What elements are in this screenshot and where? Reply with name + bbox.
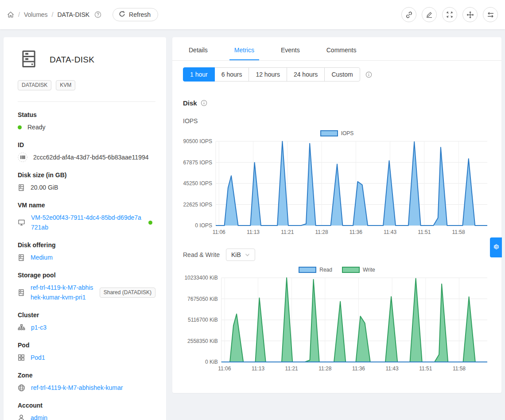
svg-text:11:06: 11:06 <box>218 366 231 372</box>
breadcrumb-volumes[interactable]: Volumes <box>24 11 48 18</box>
storage-pool-scope-tag: Shared (DATADISK) <box>100 288 155 298</box>
move-action-button[interactable] <box>462 7 478 22</box>
info-label: Status <box>18 111 155 118</box>
info-value-row: ref-trl-4119-k-M7-abhishek-kumar <box>18 383 155 393</box>
tab-details[interactable]: Details <box>184 40 213 60</box>
vm-status-dot <box>148 221 152 225</box>
question-circle-icon[interactable] <box>94 11 101 18</box>
legend-swatch <box>320 130 338 136</box>
info-section-disk-size: Disk size (in GB)20.00 GiB <box>18 171 155 192</box>
chevron-down-icon <box>245 253 250 257</box>
iops-chart-block: IOPSIOPS0 IOPS22625 IOPS45250 IOPS67875 … <box>183 117 491 238</box>
cluster-icon <box>18 324 25 331</box>
legend-item-write[interactable]: Write <box>342 267 375 273</box>
info-label: Cluster <box>18 311 155 319</box>
time-range-24-hours[interactable]: 24 hours <box>287 67 325 82</box>
top-bar: / Volumes / DATA-DISK Refresh <box>0 0 505 29</box>
legend-label: Write <box>363 267 375 273</box>
account-value[interactable]: admin <box>31 413 47 420</box>
svg-text:2558350 KiB: 2558350 KiB <box>187 338 218 344</box>
legend-swatch <box>342 267 360 273</box>
tab-events[interactable]: Events <box>276 40 305 60</box>
svg-text:11:28: 11:28 <box>319 366 331 372</box>
time-range-6-hours[interactable]: 6 hours <box>214 67 249 82</box>
swap-action-button[interactable] <box>483 7 498 22</box>
svg-text:0 IOPS: 0 IOPS <box>195 222 212 229</box>
legend-swatch <box>299 267 316 273</box>
status-dot <box>18 125 22 129</box>
time-range-custom[interactable]: Custom <box>324 67 360 82</box>
info-section-vm-name: VM nameVM-52e00f43-7911-4dc4-85bd-d69de7… <box>18 202 155 232</box>
info-label: VM name <box>18 202 155 209</box>
detail-panel: DetailsMetricsEventsComments 1 hour6 hou… <box>172 37 501 393</box>
page-title: DATA-DISK <box>50 55 94 65</box>
svg-text:11:58: 11:58 <box>452 229 465 235</box>
svg-text:11:51: 11:51 <box>418 229 431 235</box>
volume-summary-card: DATA-DISK DATADISKKVM StatusReadyID2ccc6… <box>4 37 166 420</box>
breadcrumb-current: DATA-DISK <box>57 11 89 18</box>
pod-value[interactable]: Pod1 <box>31 353 45 362</box>
disk-offering-value[interactable]: Medium <box>31 253 53 262</box>
info-value-row: 2ccc62dd-af4a-43d7-bd45-6b83aae11994 <box>18 152 155 162</box>
volume-tag: DATADISK <box>18 80 51 90</box>
edit-icon <box>426 11 433 18</box>
vm-name-value[interactable]: VM-52e00f43-7911-4dc4-85bd-d69de7a721ab <box>31 213 143 232</box>
info-label: Zone <box>18 372 155 379</box>
info-circle-icon[interactable] <box>365 71 372 78</box>
link-icon <box>405 11 413 19</box>
desktop-icon <box>18 219 25 226</box>
info-value-row: Medium <box>18 253 155 262</box>
globe-icon <box>18 384 25 392</box>
volume-title-row: DATA-DISK <box>18 49 155 70</box>
storage-pool-value[interactable]: ref-trl-4119-k-M7-abhishek-kumar-kvm-pri… <box>31 283 93 302</box>
volume-icon <box>19 49 38 70</box>
grid-icon <box>18 354 25 361</box>
link-action-button[interactable] <box>401 7 416 22</box>
info-section-disk-offering: Disk offeringMedium <box>18 241 155 262</box>
unit-select-value: KiB <box>231 251 241 258</box>
info-value-row: ref-trl-4119-k-M7-abhishek-kumar-kvm-pri… <box>18 283 155 302</box>
settings-flyout-button[interactable] <box>490 237 502 257</box>
svg-text:10233400 KiB: 10233400 KiB <box>184 275 218 281</box>
zone-value[interactable]: ref-trl-4119-k-M7-abhishek-kumar <box>31 383 123 393</box>
refresh-button[interactable]: Refresh <box>113 8 158 21</box>
svg-text:7675050 KiB: 7675050 KiB <box>187 296 218 302</box>
time-range-1-hour[interactable]: 1 hour <box>183 67 215 82</box>
database-icon <box>18 184 25 191</box>
iops-chart-title: IOPS <box>183 117 198 124</box>
user-icon <box>18 414 25 420</box>
legend-item-iops[interactable]: IOPS <box>320 130 354 136</box>
tab-comments[interactable]: Comments <box>322 40 361 60</box>
svg-text:22625 IOPS: 22625 IOPS <box>183 202 212 208</box>
svg-text:11:13: 11:13 <box>252 366 264 372</box>
iops-legend: IOPS <box>183 130 491 136</box>
home-icon[interactable] <box>7 11 14 18</box>
svg-text:11:06: 11:06 <box>213 229 225 235</box>
breadcrumb-separator: / <box>52 11 54 18</box>
iops-chart-header: IOPS <box>183 117 491 124</box>
database-icon <box>18 254 25 261</box>
svg-text:67875 IOPS: 67875 IOPS <box>183 159 212 166</box>
info-label: Disk size (in GB) <box>18 171 155 179</box>
time-range-12-hours[interactable]: 12 hours <box>249 67 287 82</box>
expand-action-button[interactable] <box>442 7 457 22</box>
svg-text:11:58: 11:58 <box>453 366 466 372</box>
edit-action-button[interactable] <box>422 7 437 22</box>
disk-section-label: Disk <box>183 99 197 107</box>
charts-container: IOPSIOPS0 IOPS22625 IOPS45250 IOPS67875 … <box>183 117 491 374</box>
iops-chart: 0 IOPS22625 IOPS45250 IOPS67875 IOPS9050… <box>183 139 491 238</box>
info-circle-icon[interactable] <box>201 100 207 106</box>
svg-text:11:43: 11:43 <box>386 366 399 372</box>
cluster-value[interactable]: p1-c3 <box>31 323 47 332</box>
unit-select[interactable]: KiB <box>226 249 255 261</box>
barcode-icon <box>18 152 27 162</box>
svg-text:11:36: 11:36 <box>350 229 362 235</box>
refresh-icon <box>119 11 125 19</box>
tab-metrics[interactable]: Metrics <box>229 40 259 60</box>
svg-text:90500 IOPS: 90500 IOPS <box>183 139 212 144</box>
breadcrumb-separator: / <box>18 11 20 18</box>
swap-icon <box>487 11 494 19</box>
volume-tags: DATADISKKVM <box>18 80 155 90</box>
disk-size-value: 20.00 GiB <box>31 183 58 192</box>
legend-item-read[interactable]: Read <box>299 267 332 273</box>
